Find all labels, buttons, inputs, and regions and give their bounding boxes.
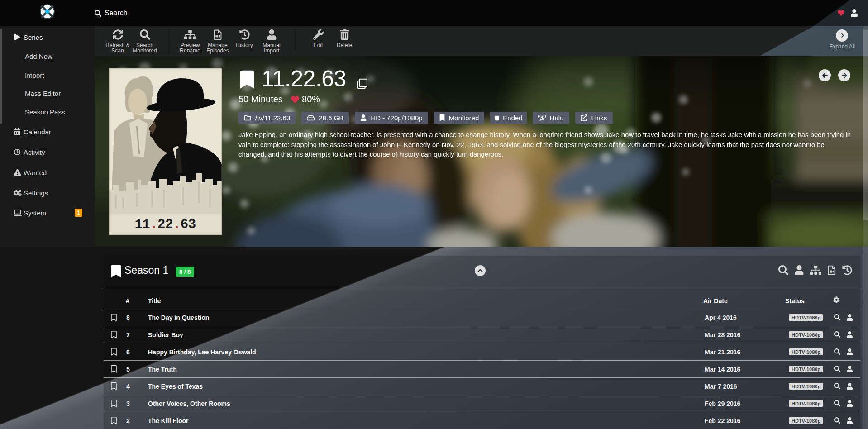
svg-text:11.22.63: 11.22.63: [134, 217, 196, 232]
